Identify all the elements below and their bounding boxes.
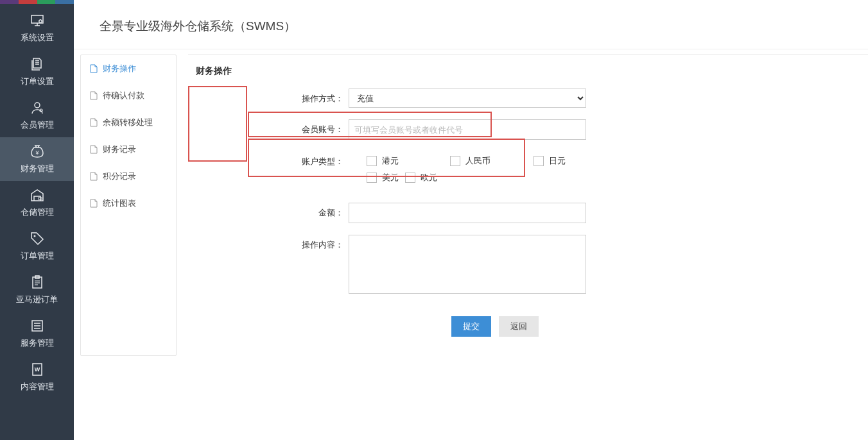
operation-mode-label: 操作方式： <box>291 89 349 105</box>
checkbox-icon <box>534 156 544 166</box>
checkbox-icon <box>450 156 460 166</box>
submenu-item-statistics[interactable]: 统计图表 <box>81 190 176 217</box>
account-type-option-label: 日元 <box>549 155 566 167</box>
account-type-eur[interactable]: 欧元 <box>405 172 489 183</box>
member-account-input[interactable] <box>349 119 586 140</box>
sidebar-item-label: 内容管理 <box>21 381 54 393</box>
sidebar-item-label: 亚马逊订单 <box>16 294 58 305</box>
member-account-label: 会员账号： <box>291 119 349 135</box>
document-icon <box>90 145 98 154</box>
sidebar-item-service-management[interactable]: 服务管理 <box>0 312 74 355</box>
submenu-item-label: 财务记录 <box>103 144 136 155</box>
document-icon <box>90 64 98 73</box>
documents-icon <box>30 56 45 72</box>
submenu-item-label: 积分记录 <box>103 171 136 182</box>
svg-point-5 <box>33 235 35 237</box>
submenu-panel: 财务操作 待确认付款 余额转移处理 财务记录 积分记录 <box>80 55 177 356</box>
back-button[interactable]: 返回 <box>499 316 539 337</box>
sidebar-item-label: 系统设置 <box>21 32 54 44</box>
submenu-item-label: 余额转移处理 <box>103 117 153 128</box>
sidebar-item-content-management[interactable]: W 内容管理 <box>0 355 74 399</box>
checkbox-icon <box>405 173 415 183</box>
clipboard-icon <box>30 275 45 290</box>
svg-text:¥: ¥ <box>35 149 39 156</box>
amount-input[interactable] <box>349 203 586 223</box>
checkbox-icon <box>367 156 377 166</box>
account-type-label: 账户类型： <box>291 151 349 167</box>
submenu-item-label: 财务操作 <box>103 63 136 74</box>
list-icon <box>30 318 45 334</box>
main-sidebar: 系统设置 订单设置 会员管理 ¥ 财务管理 仓储管理 订单管理 亚马逊订单 服务 <box>0 0 74 440</box>
document-icon <box>90 91 98 100</box>
document-icon <box>90 172 98 181</box>
account-type-option-label: 港元 <box>382 155 399 167</box>
sidebar-item-label: 会员管理 <box>21 119 54 131</box>
svg-text:W: W <box>34 366 40 373</box>
account-type-cny[interactable]: 人民币 <box>450 155 534 167</box>
checkbox-icon <box>367 173 377 183</box>
submenu-item-label: 待确认付款 <box>103 90 144 101</box>
sidebar-item-finance-management[interactable]: ¥ 财务管理 <box>0 137 74 181</box>
operation-mode-select[interactable]: 充值 <box>349 89 586 108</box>
monitor-gear-icon <box>30 13 45 28</box>
sidebar-item-warehouse-management[interactable]: 仓储管理 <box>0 181 74 224</box>
sidebar-item-order-management[interactable]: 订单管理 <box>0 224 74 268</box>
submenu-item-points-records[interactable]: 积分记录 <box>81 163 176 190</box>
money-bag-icon: ¥ <box>30 144 45 159</box>
account-type-option-label: 欧元 <box>421 172 437 183</box>
sidebar-item-system-settings[interactable]: 系统设置 <box>0 6 74 50</box>
account-type-option-label: 人民币 <box>465 155 490 167</box>
account-type-option-label: 美元 <box>382 172 399 183</box>
tag-icon <box>30 231 45 246</box>
amount-label: 金额： <box>291 203 349 219</box>
word-doc-icon: W <box>30 362 45 377</box>
account-type-jpy[interactable]: 日元 <box>534 155 600 167</box>
submenu-item-balance-transfer[interactable]: 余额转移处理 <box>81 109 176 136</box>
document-icon <box>90 118 98 127</box>
sidebar-item-order-settings[interactable]: 订单设置 <box>0 50 74 94</box>
account-type-hkd[interactable]: 港元 <box>367 155 450 167</box>
submenu-item-finance-records[interactable]: 财务记录 <box>81 136 176 163</box>
sidebar-item-label: 服务管理 <box>21 337 54 349</box>
sidebar-item-amazon-orders[interactable]: 亚马逊订单 <box>0 268 74 312</box>
sidebar-item-label: 订单管理 <box>21 250 54 262</box>
warehouse-icon <box>30 187 45 203</box>
submenu-item-finance-operation[interactable]: 财务操作 <box>81 55 176 82</box>
submenu-item-pending-payment[interactable]: 待确认付款 <box>81 82 176 109</box>
content-panel: 财务操作 操作方式： 充值 <box>188 55 868 356</box>
operation-content-textarea[interactable] <box>349 235 586 294</box>
submit-button[interactable]: 提交 <box>451 316 491 337</box>
main-content: 全景专业级海外仓储系统（SWMS） 财务操作 待确认付款 余额转移处理 财务记 <box>74 0 868 440</box>
svg-point-1 <box>35 103 40 108</box>
operation-content-label: 操作内容： <box>291 235 349 251</box>
user-icon <box>30 100 45 115</box>
document-icon <box>90 199 98 208</box>
sidebar-item-label: 仓储管理 <box>21 207 54 218</box>
account-type-usd[interactable]: 美元 <box>367 172 405 183</box>
submenu-item-label: 统计图表 <box>103 198 136 209</box>
sidebar-item-member-management[interactable]: 会员管理 <box>0 94 74 137</box>
decorative-top-bars <box>0 0 74 4</box>
finance-form: 操作方式： 充值 会员账号： 账户 <box>188 89 868 337</box>
sidebar-item-label: 订单设置 <box>21 76 54 87</box>
page-title: 全景专业级海外仓储系统（SWMS） <box>74 0 868 49</box>
panel-title: 财务操作 <box>188 55 868 89</box>
highlight-box-labels <box>188 86 247 162</box>
sidebar-item-label: 财务管理 <box>21 163 54 174</box>
